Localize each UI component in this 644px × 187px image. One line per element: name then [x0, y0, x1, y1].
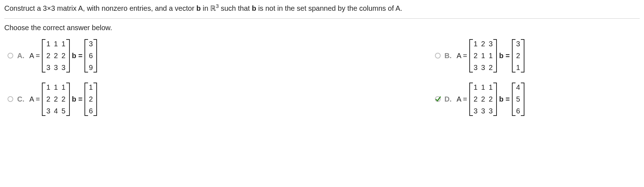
- q-b: b: [252, 4, 256, 12]
- divider: [4, 18, 640, 19]
- cell: 2: [89, 95, 93, 103]
- cell: 2: [54, 95, 58, 103]
- cell: 2: [62, 52, 66, 60]
- choice-c[interactable]: C. A = 111 222 345 b = 1 2 6: [7, 83, 213, 116]
- cell: 9: [89, 64, 93, 72]
- vector-b: 1 2 6: [84, 83, 97, 116]
- cell: 4: [516, 83, 520, 92]
- cell: 3: [489, 40, 493, 48]
- cell: 2: [489, 64, 493, 72]
- cell: 1: [54, 40, 58, 48]
- cell: 2: [62, 95, 66, 103]
- cell: 1: [489, 83, 493, 92]
- cell: 2: [54, 52, 58, 60]
- vector-b: 3 6 9: [84, 39, 97, 73]
- cell: 6: [89, 107, 93, 115]
- cell: 1: [62, 40, 66, 48]
- vector-b: 4 5 6: [512, 83, 524, 116]
- cell: 3: [54, 64, 58, 72]
- radio-checked-correct-icon[interactable]: [435, 96, 441, 102]
- q-b: b: [196, 4, 200, 12]
- choice-equation: A = 111 222 333 b = 3 6 9: [29, 39, 97, 73]
- cell: 1: [46, 83, 50, 92]
- matrix-A: 123 211 332: [469, 39, 497, 73]
- cell: 2: [46, 95, 50, 103]
- svg-point-0: [8, 53, 13, 58]
- cell: 2: [481, 40, 485, 48]
- cell: 3: [89, 40, 93, 48]
- radio-unchecked-icon[interactable]: [7, 52, 14, 59]
- radio-unchecked-icon[interactable]: [435, 52, 441, 59]
- matrix-A: 111 222 333: [42, 39, 69, 73]
- A-eq-label: A =: [29, 52, 40, 60]
- A-eq-label: A =: [457, 52, 467, 60]
- cell: 3: [474, 64, 478, 72]
- cell: 1: [481, 52, 485, 60]
- cell: 2: [46, 52, 50, 60]
- choice-b[interactable]: B. A = 123 211 332 b = 3 2 1: [435, 39, 640, 73]
- cell: 1: [89, 83, 93, 92]
- q-part: Construct a 3: [4, 4, 47, 12]
- svg-point-2: [8, 97, 13, 102]
- question-text: Construct a 3×3 matrix A, with nonzero e…: [4, 3, 640, 13]
- q-part: 3 matrix A, with nonzero entries, and a …: [51, 4, 197, 12]
- cell: 5: [62, 107, 66, 115]
- choice-letter: C.: [17, 95, 24, 103]
- cell: 4: [54, 107, 58, 115]
- q-part: is not in the set spanned by the columns…: [256, 4, 402, 12]
- q-times: ×: [47, 4, 51, 12]
- cell: 3: [489, 107, 493, 115]
- q-exp: 3: [216, 3, 219, 9]
- cell: 2: [516, 52, 520, 60]
- cell: 3: [481, 64, 485, 72]
- q-R: ℝ: [210, 4, 216, 12]
- cell: 3: [516, 40, 520, 48]
- choice-letter: D.: [445, 95, 452, 103]
- cell: 2: [474, 95, 478, 103]
- svg-point-1: [435, 53, 440, 58]
- cell: 3: [46, 64, 50, 72]
- b-eq-label: b =: [72, 52, 82, 60]
- choice-d[interactable]: D. A = 111 222 333 b = 4 5 6: [435, 83, 640, 116]
- q-part: in: [201, 4, 210, 12]
- cell: 1: [489, 52, 493, 60]
- cell: 1: [474, 40, 478, 48]
- cell: 3: [481, 107, 485, 115]
- cell: 3: [46, 107, 50, 115]
- choices-grid: A. A = 111 222 333 b = 3 6 9: [4, 39, 640, 116]
- vector-b: 3 2 1: [512, 39, 524, 73]
- b-eq-label: b =: [499, 95, 509, 103]
- choice-equation: A = 123 211 332 b = 3 2 1: [457, 39, 524, 73]
- choice-equation: A = 111 222 345 b = 1 2 6: [29, 83, 97, 116]
- cell: 2: [489, 95, 493, 103]
- cell: 1: [46, 40, 50, 48]
- cell: 1: [54, 83, 58, 92]
- b-eq-label: b =: [499, 52, 509, 60]
- choice-equation: A = 111 222 333 b = 4 5 6: [457, 83, 524, 116]
- cell: 6: [89, 52, 93, 60]
- cell: 2: [481, 95, 485, 103]
- cell: 1: [62, 83, 66, 92]
- q-part: such that: [219, 4, 252, 12]
- choice-letter: B.: [445, 52, 452, 60]
- cell: 6: [516, 107, 520, 115]
- instruction-text: Choose the correct answer below.: [4, 24, 640, 32]
- A-eq-label: A =: [29, 95, 40, 103]
- radio-unchecked-icon[interactable]: [7, 96, 14, 102]
- cell: 1: [481, 83, 485, 92]
- cell: 3: [62, 64, 66, 72]
- cell: 3: [474, 107, 478, 115]
- matrix-A: 111 222 345: [42, 83, 69, 116]
- b-eq-label: b =: [72, 95, 82, 103]
- A-eq-label: A =: [457, 95, 467, 103]
- cell: 2: [474, 52, 478, 60]
- matrix-A: 111 222 333: [469, 83, 497, 116]
- cell: 1: [474, 83, 478, 92]
- choice-a[interactable]: A. A = 111 222 333 b = 3 6 9: [7, 39, 213, 73]
- cell: 1: [516, 64, 520, 72]
- cell: 5: [516, 95, 520, 103]
- choice-letter: A.: [17, 52, 24, 60]
